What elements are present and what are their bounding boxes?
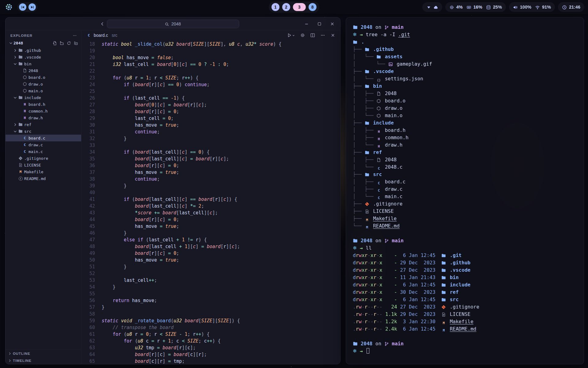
workspace-1[interactable]: 1: [272, 3, 280, 11]
new-file-icon[interactable]: [53, 41, 57, 45]
line-number: 35: [81, 155, 95, 162]
code-line-63: 63 u32 tmp = board[r][c];: [81, 344, 340, 351]
code-line-41: 41 if (board[last_cell][c] == board[r][c…: [81, 196, 340, 203]
bin-icon: [22, 68, 28, 73]
line-number: 49: [81, 250, 95, 257]
timeline-section[interactable]: TIMELINE: [6, 357, 81, 364]
system-stats-widget[interactable]: 4% 16% 25%: [445, 2, 506, 12]
folder-icon: [18, 95, 23, 100]
explorer-item-board.o[interactable]: board.o: [6, 74, 81, 81]
explorer-item-main.c[interactable]: Cmain.c: [6, 148, 81, 155]
collapse-all-icon[interactable]: [74, 41, 78, 45]
chevron-down-icon[interactable]: [8, 41, 13, 45]
run-button[interactable]: [287, 33, 295, 38]
new-folder-icon[interactable]: [60, 41, 64, 45]
split-editor-icon[interactable]: [310, 33, 315, 38]
close-icon[interactable]: [330, 21, 335, 26]
distro-gear-logo-icon[interactable]: [5, 3, 13, 11]
command-center-search[interactable]: 2048: [107, 20, 239, 28]
terminal-window[interactable]: 2048 on main❄ → tree -a -I .git .├── .gi…: [346, 17, 584, 364]
explorer-item-board.c[interactable]: Cboard.c: [6, 135, 81, 141]
explorer-item-draw.o[interactable]: draw.o: [6, 81, 81, 87]
explorer-item-draw.c[interactable]: Cdraw.c: [6, 141, 81, 148]
prompt-directory: 2048: [361, 24, 373, 30]
refresh-icon[interactable]: [67, 41, 71, 45]
chevron-down-icon[interactable]: [12, 129, 18, 133]
explorer-item-LICENSE[interactable]: LICENSE: [6, 162, 81, 168]
line-number: 39: [81, 182, 95, 189]
makefile-icon: M: [18, 169, 23, 174]
chevron-right-icon[interactable]: [12, 123, 18, 127]
line-number: 62: [81, 338, 95, 344]
media-next-button[interactable]: [28, 3, 36, 11]
code-line-34: 34 if (board[last_cell][c] == 0) {: [81, 149, 340, 155]
more-actions-icon[interactable]: [320, 33, 325, 38]
explorer-item-draw.h[interactable]: Hdraw.h: [6, 114, 81, 121]
media-prev-button[interactable]: [19, 3, 26, 11]
line-number: 55: [81, 290, 95, 297]
explorer-item-src[interactable]: src: [6, 128, 81, 135]
tree-entry-LICENSE: ├── LICENSE: [353, 208, 577, 215]
terminal-cursor[interactable]: [367, 348, 369, 354]
close-editor-icon[interactable]: [330, 33, 335, 38]
license-icon: [441, 311, 447, 318]
breadcrumb[interactable]: C board.c src: [81, 30, 340, 40]
explorer-item-Makefile[interactable]: MMakefile: [6, 168, 81, 175]
editor-titlebar[interactable]: 2048: [6, 17, 340, 30]
explorer-item-include[interactable]: include: [6, 94, 81, 101]
workspace-8[interactable]: 8: [309, 3, 317, 11]
line-number: 46: [81, 230, 95, 236]
tree-entry-Makefile: ├── M Makefile: [353, 215, 577, 222]
line-number: 32: [81, 135, 95, 142]
file-label: include: [24, 95, 41, 100]
explorer-root-folder[interactable]: 2048: [6, 39, 81, 47]
clock-icon: [562, 5, 567, 10]
clock-widget[interactable]: 21:46: [558, 2, 584, 12]
line-number: 64: [81, 351, 95, 358]
workspace-2[interactable]: 2: [282, 3, 290, 11]
settings-gear-icon[interactable]: [300, 33, 305, 38]
folder-icon: [365, 171, 370, 178]
nav-back-icon[interactable]: [100, 21, 105, 26]
explorer-item-.gitignore[interactable]: .gitignore: [6, 155, 81, 162]
code-line-27: 27 board[0][c] = board[r][c];: [81, 102, 340, 108]
chevron-right-icon[interactable]: [12, 48, 18, 52]
bin-icon: [376, 156, 382, 163]
maximize-icon[interactable]: [317, 21, 322, 26]
explorer-item-main.o[interactable]: main.o: [6, 87, 81, 94]
h-icon: H: [22, 102, 28, 107]
explorer-item-board.h[interactable]: Hboard.h: [6, 101, 81, 108]
minimize-icon[interactable]: [304, 21, 309, 26]
explorer-more-icon[interactable]: [73, 33, 77, 38]
explorer-item-bin[interactable]: bin: [6, 60, 81, 67]
chevron-right-icon[interactable]: [12, 55, 18, 59]
line-number: 19: [81, 48, 95, 54]
ls-entry-ref: drwxr-xr-x - 30 Dec 2023 ref: [353, 289, 577, 296]
search-icon: [165, 21, 169, 26]
explorer-item-common.h[interactable]: Hcommon.h: [6, 108, 81, 114]
workspace-3-active[interactable]: 3: [293, 3, 306, 11]
folder-icon: [18, 55, 23, 59]
command-line[interactable]: ❄ →: [353, 347, 577, 355]
line-number: 34: [81, 149, 95, 155]
explorer-item-.github[interactable]: .github: [6, 47, 81, 54]
c-icon: C: [376, 178, 382, 186]
tree-entry-.github: ├── .github: [353, 46, 577, 53]
outline-section[interactable]: OUTLINE: [6, 350, 81, 357]
code-line-33: 33: [81, 142, 340, 149]
code-area[interactable]: 18static bool _slide_col(u32 board[SIZE]…: [81, 40, 340, 364]
chevron-down-icon[interactable]: [12, 96, 18, 100]
code-line-65: 65 board[c][r] = tmp;: [81, 358, 340, 364]
file-label: board.c: [28, 136, 45, 140]
chevron-down-icon[interactable]: [12, 62, 18, 66]
explorer-item-2048[interactable]: 2048: [6, 67, 81, 74]
explorer-item-README.md[interactable]: iREADME.md: [6, 175, 81, 182]
ls-entry-LICENSE: .rw-r--r-- 1.1k 29 Dec 2023 LICENSE: [353, 311, 577, 318]
ls-entry-.vscode: drwxr-xr-x - 27 Dec 2023 .vscode: [353, 266, 577, 274]
audio-network-widget[interactable]: 100% 91%: [509, 2, 555, 12]
weather-widget[interactable]: [422, 2, 442, 12]
code-line-52: 52: [81, 270, 340, 277]
line-number: 45: [81, 223, 95, 230]
explorer-item-.vscode[interactable]: .vscode: [6, 54, 81, 60]
explorer-item-ref[interactable]: ref: [6, 121, 81, 128]
